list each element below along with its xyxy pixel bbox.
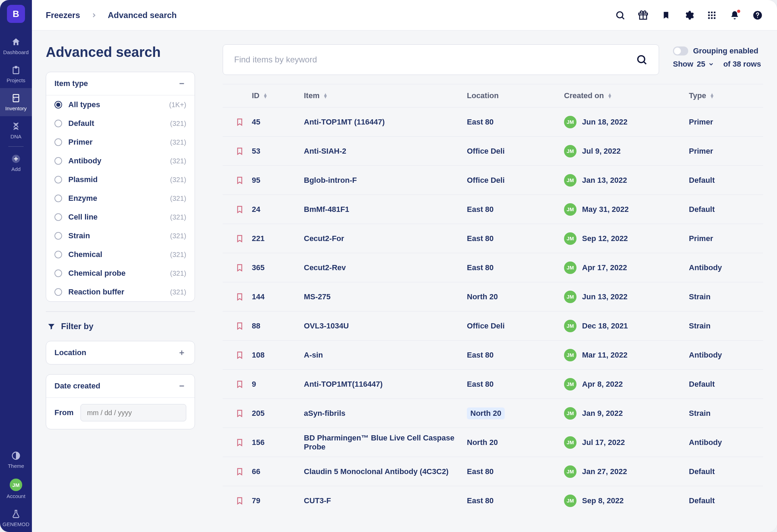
bell-icon[interactable]	[729, 10, 740, 21]
cell-id: 205	[252, 409, 304, 418]
cell-type: Primer	[689, 147, 758, 156]
item-type-header[interactable]: Item type	[46, 72, 195, 95]
cell-location: North 20	[467, 407, 505, 419]
avatar-icon: JM	[564, 291, 577, 303]
grouping-label: Grouping enabled	[693, 46, 758, 55]
rail-item-inventory[interactable]: Inventory	[0, 88, 32, 116]
breadcrumb-root[interactable]: Freezers	[46, 10, 80, 20]
item-type-label: All types	[68, 100, 100, 109]
table-row[interactable]: 79CUT3-FEast 80JMSep 8, 2022Default	[223, 486, 763, 515]
bookmark-row-icon[interactable]	[236, 467, 244, 477]
apps-grid-icon[interactable]	[706, 10, 717, 21]
date-created-header[interactable]: Date created	[46, 375, 195, 398]
search-button-icon[interactable]	[635, 53, 648, 66]
search-input[interactable]	[233, 54, 635, 65]
expand-icon[interactable]	[177, 348, 186, 357]
table-row[interactable]: 66Claudin 5 Monoclonal Antibody (4C3C2)E…	[223, 457, 763, 486]
cell-created: Jun 18, 2022	[582, 118, 627, 127]
rail-item-account[interactable]: JM Account	[0, 474, 32, 504]
item-type-option[interactable]: Chemical(321)	[46, 245, 195, 264]
item-type-label: Strain	[68, 231, 90, 240]
page-size-select[interactable]: 25	[697, 60, 714, 69]
cell-id: 108	[252, 351, 304, 360]
item-type-count: (321)	[170, 195, 186, 203]
location-header[interactable]: Location	[46, 341, 195, 364]
col-created[interactable]: Created on ▲▼	[564, 91, 689, 100]
rail-item-dashboard[interactable]: Dashboard	[0, 32, 32, 60]
avatar-icon: JM	[564, 465, 577, 478]
rail-item-projects[interactable]: Projects	[0, 60, 32, 88]
bookmark-row-icon[interactable]	[236, 321, 244, 331]
table-row[interactable]: 221Cecut2-ForEast 80JMSep 12, 2022Primer	[223, 224, 763, 253]
item-type-option[interactable]: Strain(321)	[46, 226, 195, 245]
col-item[interactable]: Item ▲▼	[304, 91, 467, 100]
app-logo[interactable]: B	[7, 5, 25, 23]
col-type[interactable]: Type ▲▼	[689, 91, 758, 100]
avatar-icon: JM	[564, 407, 577, 420]
bookmark-row-icon[interactable]	[236, 146, 244, 156]
table-row[interactable]: 108A-sinEast 80JMMar 11, 2022Antibody	[223, 340, 763, 369]
collapse-icon[interactable]	[177, 381, 186, 391]
item-type-option[interactable]: Chemical probe(321)	[46, 264, 195, 283]
bookmark-row-icon[interactable]	[236, 292, 244, 302]
item-type-option[interactable]: Cell line(321)	[46, 208, 195, 226]
table-row[interactable]: 9Anti-TOP1MT(116447)East 80JMApr 8, 2022…	[223, 369, 763, 398]
bookmark-row-icon[interactable]	[236, 496, 244, 506]
table-row[interactable]: 88OVL3-1034UOffice DeliJMDec 18, 2021Str…	[223, 311, 763, 340]
bookmark-row-icon[interactable]	[236, 438, 244, 447]
bookmark-icon[interactable]	[660, 10, 672, 21]
item-type-option[interactable]: Enzyme(321)	[46, 189, 195, 208]
table-row[interactable]: 45Anti-TOP1MT (116447)East 80JMJun 18, 2…	[223, 107, 763, 136]
bookmark-row-icon[interactable]	[236, 117, 244, 127]
table-row[interactable]: 365Cecut2-RevEast 80JMApr 17, 2022Antibo…	[223, 253, 763, 282]
rail-label: Projects	[7, 77, 25, 83]
bookmark-row-icon[interactable]	[236, 175, 244, 185]
gear-icon[interactable]	[683, 10, 694, 21]
table-row[interactable]: 95Bglob-intron-FOffice DeliJMJan 13, 202…	[223, 165, 763, 195]
bookmark-row-icon[interactable]	[236, 263, 244, 273]
item-type-label: Primer	[68, 138, 93, 147]
table-row[interactable]: 205aSyn-fibrilsNorth 20JMJan 9, 2022Stra…	[223, 398, 763, 428]
col-location[interactable]: Location	[467, 91, 564, 100]
bookmark-row-icon[interactable]	[236, 205, 244, 214]
table-row[interactable]: 156BD Pharmingen™ Blue Live Cell Caspase…	[223, 428, 763, 457]
page-size-value: 25	[697, 60, 705, 69]
cell-location: Office Deli	[467, 321, 505, 330]
gift-icon[interactable]	[638, 10, 649, 21]
rail-item-brand[interactable]: GENEMOD	[0, 504, 32, 532]
help-icon[interactable]	[752, 10, 763, 21]
table-row[interactable]: 24BmMf-481F1East 80JMMay 31, 2022Default	[223, 195, 763, 224]
radio-icon	[54, 138, 62, 146]
cell-location: East 80	[467, 351, 494, 359]
table-row[interactable]: 53Anti-SIAH-2Office DeliJMJul 9, 2022Pri…	[223, 136, 763, 165]
col-id[interactable]: ID ▲▼	[252, 91, 304, 100]
item-type-option[interactable]: Default(321)	[46, 114, 195, 133]
rail-item-dna[interactable]: DNA	[0, 116, 32, 144]
collapse-icon[interactable]	[177, 79, 186, 88]
grouping-toggle[interactable]	[673, 46, 688, 55]
search-icon[interactable]	[615, 10, 626, 21]
rail-item-theme[interactable]: Theme	[0, 446, 32, 474]
cell-id: 144	[252, 292, 304, 301]
rail-item-add[interactable]: Add	[0, 149, 32, 177]
filter-divider	[46, 311, 195, 312]
bookmark-row-icon[interactable]	[236, 350, 244, 360]
item-type-option[interactable]: Primer(321)	[46, 133, 195, 152]
cell-type: Default	[689, 176, 758, 185]
svg-rect-7	[711, 14, 713, 16]
item-type-option[interactable]: All types(1K+)	[46, 95, 195, 114]
avatar-icon: JM	[564, 232, 577, 245]
item-type-option[interactable]: Reaction buffer(321)	[46, 283, 195, 301]
cell-created: May 31, 2022	[582, 205, 629, 214]
table-row[interactable]: 144MS-275North 20JMJun 13, 2022Strain	[223, 282, 763, 311]
item-type-option[interactable]: Antibody(321)	[46, 152, 195, 170]
cell-item: OVL3-1034U	[304, 321, 467, 331]
date-from-input[interactable]	[80, 404, 186, 421]
bookmark-row-icon[interactable]	[236, 409, 244, 418]
date-created-card: Date created From	[46, 374, 195, 429]
bookmark-row-icon[interactable]	[236, 379, 244, 389]
bookmark-row-icon[interactable]	[236, 234, 244, 243]
avatar-icon: JM	[564, 349, 577, 361]
item-type-count: (321)	[170, 157, 186, 165]
item-type-option[interactable]: Plasmid(321)	[46, 170, 195, 189]
